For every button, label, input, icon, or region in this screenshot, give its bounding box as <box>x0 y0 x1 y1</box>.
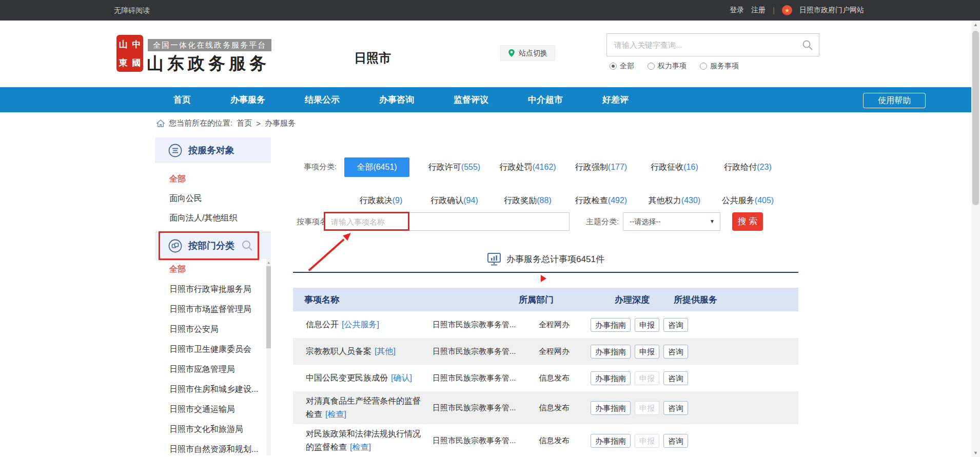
apply-button: 申报 <box>635 371 659 385</box>
search-scope-2[interactable]: 服务事项 <box>700 62 739 71</box>
sidebar-item-department-3[interactable]: 日照市公安局 <box>155 319 271 339</box>
radio-icon[interactable] <box>610 63 617 70</box>
nav-item-4[interactable]: 监督评议 <box>454 87 488 112</box>
section-divider <box>293 272 798 273</box>
guide-button[interactable]: 办事指南 <box>591 434 631 448</box>
page-scrollbar[interactable]: ▲ ▼ <box>971 21 980 457</box>
department-scrollbar[interactable]: ▲ <box>266 259 271 455</box>
item-type-tag[interactable]: [其他] <box>375 347 396 355</box>
category-chip-5[interactable]: 行政给付(23) <box>711 157 785 177</box>
sidebar-item-department-4[interactable]: 日照市卫生健康委员会 <box>155 339 271 359</box>
search-scope-1[interactable]: 权力事项 <box>648 62 687 71</box>
department-search-icon[interactable] <box>241 240 253 252</box>
nav-item-3[interactable]: 办事咨询 <box>379 87 414 112</box>
category-chip-9[interactable]: 行政检查(492) <box>564 191 638 210</box>
sidebar-item-department-6[interactable]: 日照市住房和城乡建设... <box>155 379 271 399</box>
nav-item-1[interactable]: 办事服务 <box>230 87 265 112</box>
sidebar-item-service-0[interactable]: 全部 <box>155 169 271 189</box>
nav-item-2[interactable]: 结果公示 <box>305 87 340 112</box>
page-scrollbar-thumb[interactable] <box>972 31 979 205</box>
keyword-search-input[interactable] <box>607 34 819 56</box>
sidebar-item-service-2[interactable]: 面向法人/其他组织 <box>155 208 271 228</box>
site-logo-title: 山东政务服务 <box>147 52 270 75</box>
item-services-cell: 办事指南申报咨询 <box>591 318 721 332</box>
table-row-1: 宗教教职人员备案[其他]日照市民族宗教事务管...全程网办办事指南申报咨询 <box>293 338 798 365</box>
category-chip-4[interactable]: 行政征收(16) <box>638 157 711 177</box>
portal-link[interactable]: 日照市政府门户网站 <box>799 6 864 15</box>
item-name: 宗教教职人员备案 <box>306 347 371 355</box>
sidebar-item-department-7[interactable]: 日照市交通运输局 <box>155 399 271 419</box>
apply-button[interactable]: 申报 <box>635 345 659 359</box>
help-button[interactable]: 使用帮助 <box>863 93 926 108</box>
category-chip-10[interactable]: 其他权力(430) <box>638 191 711 210</box>
table-header-cell-1: 所属部门 <box>503 294 614 306</box>
accessibility-link[interactable]: 无障碍阅读 <box>114 0 150 21</box>
item-department-cell: 日照市民族宗教事务管... <box>426 373 537 383</box>
category-name: 行政强制 <box>575 162 608 173</box>
site-switch-button[interactable]: 站点切换 <box>500 45 555 61</box>
item-type-tag[interactable]: [检查] <box>325 410 346 419</box>
item-name-cell: 对清真食品生产经营条件的监督检查[检查] <box>293 394 426 421</box>
nav-item-5[interactable]: 中介超市 <box>528 87 563 112</box>
item-name: 中国公民变更民族成份 <box>306 373 388 382</box>
category-filter-label: 事项分类: <box>304 162 337 172</box>
category-chip-1[interactable]: 行政许可(555) <box>418 157 491 177</box>
category-name: 行政确认 <box>430 195 463 206</box>
consult-button[interactable]: 咨询 <box>663 345 688 359</box>
radio-icon[interactable] <box>648 63 655 70</box>
scroll-up-arrow-icon[interactable]: ▲ <box>266 260 271 265</box>
department-scrollbar-thumb[interactable] <box>266 266 271 348</box>
item-name-cell: 对民族政策和法律法规执行情况的监督检查[检查] <box>293 427 426 454</box>
search-button[interactable]: 搜 索 <box>732 212 763 231</box>
category-count: (492) <box>608 196 627 205</box>
department-list: 全部日照市行政审批服务局日照市市场监督管理局日照市公安局日照市卫生健康委员会日照… <box>155 259 271 455</box>
category-chip-8[interactable]: 行政奖励(88) <box>491 191 564 210</box>
category-chip-6[interactable]: 行政裁决(9) <box>344 191 418 210</box>
sidebar-item-department-5[interactable]: 日照市应急管理局 <box>155 359 271 379</box>
topic-select[interactable]: --请选择-- ▼ <box>623 212 720 231</box>
sidebar-item-department-8[interactable]: 日照市文化和旅游局 <box>155 419 271 439</box>
category-chip-11[interactable]: 公共服务(405) <box>711 191 785 210</box>
category-name: 行政裁决 <box>360 195 393 206</box>
login-link[interactable]: 登录 <box>730 6 744 15</box>
guide-button[interactable]: 办事指南 <box>591 371 631 385</box>
home-icon <box>156 120 165 127</box>
search-icon[interactable] <box>801 39 814 51</box>
item-type-tag[interactable]: [确认] <box>391 373 412 382</box>
category-name: 行政给付 <box>724 162 757 173</box>
guide-button[interactable]: 办事指南 <box>591 401 631 415</box>
sidebar-item-department-0[interactable]: 全部 <box>155 259 271 279</box>
sidebar-item-department-9[interactable]: 日照市自然资源和规划... <box>155 439 271 455</box>
guide-button[interactable]: 办事指南 <box>591 345 631 359</box>
search-scope-0[interactable]: 全部 <box>610 62 634 71</box>
consult-button[interactable]: 咨询 <box>663 371 688 385</box>
category-chip-3[interactable]: 行政强制(177) <box>564 157 638 177</box>
category-chip-7[interactable]: 行政确认(94) <box>418 191 491 210</box>
consult-button[interactable]: 咨询 <box>663 318 688 332</box>
nav-item-0[interactable]: 首页 <box>173 87 191 112</box>
scrollbar-down-icon[interactable]: ▼ <box>971 450 980 455</box>
category-count: (88) <box>537 196 551 205</box>
breadcrumb-home-link[interactable]: 首页 <box>237 118 252 128</box>
register-link[interactable]: 注册 <box>751 6 766 15</box>
guide-button[interactable]: 办事指南 <box>591 318 631 332</box>
radio-icon[interactable] <box>700 63 707 70</box>
sidebar-item-department-2[interactable]: 日照市市场监督管理局 <box>155 299 271 319</box>
main-nav: 首页办事服务结果公示办事咨询监督评议中介超市好差评 使用帮助 <box>0 87 980 112</box>
sidebar-item-department-1[interactable]: 日照市行政审批服务局 <box>155 279 271 299</box>
sidebar-item-service-1[interactable]: 面向公民 <box>155 189 271 208</box>
consult-button[interactable]: 咨询 <box>663 434 688 448</box>
scrollbar-up-icon[interactable]: ▲ <box>971 22 980 27</box>
category-chip-2[interactable]: 行政处罚(4162) <box>491 157 564 177</box>
consult-button[interactable]: 咨询 <box>663 401 688 415</box>
department-header[interactable]: 按部门分类 <box>155 232 271 259</box>
item-type-tag[interactable]: [公共服务] <box>342 320 379 329</box>
nav-item-6[interactable]: 好差评 <box>602 87 629 112</box>
item-name-input[interactable] <box>324 212 570 231</box>
table-row-2: 中国公民变更民族成份[确认]日照市民族宗教事务管...信息发布办事指南申报咨询 <box>293 365 798 391</box>
category-name: 行政检查 <box>575 195 608 206</box>
service-target-header[interactable]: 按服务对象 <box>155 137 271 163</box>
apply-button[interactable]: 申报 <box>635 318 659 332</box>
category-chip-0[interactable]: 全部(6451) <box>344 157 409 177</box>
item-type-tag[interactable]: [检查] <box>350 443 371 451</box>
